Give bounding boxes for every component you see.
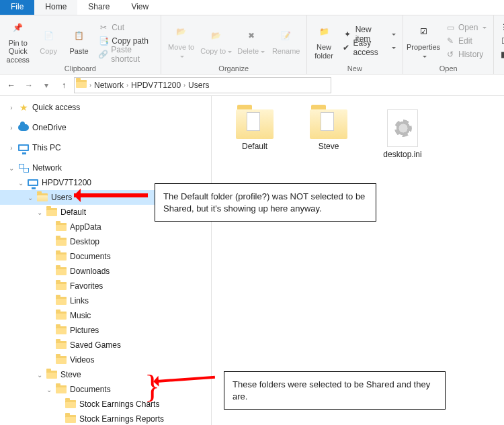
edit-icon: ✎ — [445, 36, 456, 46]
select-all-icon: ☰ — [501, 22, 504, 33]
folder-icon — [56, 266, 67, 277]
nav-up-button[interactable]: ↑ — [56, 78, 71, 93]
ribbon-tabs: File Home Share View — [0, 0, 504, 15]
select-none-button[interactable]: ☐Select none — [498, 34, 504, 48]
shortcut-icon: 🔗 — [98, 49, 108, 60]
select-all-button[interactable]: ☰Select all — [498, 21, 504, 34]
nav-back-button[interactable]: ← — [4, 78, 19, 93]
tree-item[interactable]: Links — [0, 293, 211, 308]
open-button[interactable]: ▭Open — [442, 21, 489, 34]
tree-network[interactable]: ⌄Network — [0, 160, 211, 175]
cut-button[interactable]: ✂Cut — [95, 21, 156, 34]
item-label: desktop.ini — [383, 150, 421, 159]
select-none-icon: ☐ — [501, 36, 504, 46]
tab-share[interactable]: Share — [77, 0, 120, 15]
tree-item[interactable]: Stock Earnings Charts — [0, 397, 211, 412]
copy-icon: 📄 — [39, 26, 58, 45]
folder-icon — [56, 325, 67, 336]
address-bar[interactable]: › Network › HPDV7T1200 › Users — [74, 77, 331, 93]
nav-forward-button[interactable]: → — [22, 78, 36, 93]
ribbon: 📌 Pin to Quick access 📄 Copy 📋 Paste ✂Cu… — [0, 15, 504, 75]
folder-icon — [56, 355, 67, 365]
item-label: Steve — [319, 142, 339, 151]
group-label: Clipboard — [4, 64, 157, 73]
tab-home[interactable]: Home — [34, 0, 77, 15]
navigation-tree: ›★Quick access ›OneDrive ›This PC ⌄Netwo… — [0, 96, 212, 425]
paste-shortcut-button[interactable]: 🔗Paste shortcut — [95, 48, 156, 61]
group-label: Select — [498, 64, 504, 73]
pin-icon: 📌 — [9, 18, 28, 37]
content-item[interactable]: desktop.ini — [376, 109, 429, 159]
address-bar-row: ← → ▾ ↑ › Network › HPDV7T1200 › Users — [0, 75, 504, 96]
breadcrumb-segment[interactable]: Users — [188, 81, 209, 90]
folder-icon — [37, 192, 48, 203]
folder-icon — [56, 384, 67, 395]
tree-quick-access[interactable]: ›★Quick access — [0, 100, 211, 115]
properties-button[interactable]: ☑ Properties — [407, 21, 439, 59]
content-item[interactable]: Steve — [302, 109, 355, 159]
content-pane[interactable]: DefaultStevedesktop.ini The Default fold… — [212, 96, 504, 425]
open-icon: ▭ — [445, 22, 456, 33]
tree-steve-documents[interactable]: ⌄Documents — [0, 382, 211, 397]
tree-item[interactable]: Downloads — [0, 264, 211, 279]
delete-button[interactable]: ✖ Delete — [235, 25, 267, 55]
item-label: Default — [242, 142, 267, 151]
tree-item[interactable]: AppData — [0, 220, 211, 234]
chevron-right-icon: › — [126, 82, 128, 89]
move-to-button[interactable]: 📂 Move to — [165, 21, 198, 59]
delete-icon: ✖ — [242, 26, 261, 45]
tree-item[interactable]: Desktop — [0, 234, 211, 249]
tree-item[interactable]: Stock Earnings Reports — [0, 412, 211, 425]
folder-icon — [236, 109, 274, 139]
annotation-textbox: The Default folder (profile?) was NOT se… — [155, 183, 376, 222]
folder-icon — [65, 399, 76, 410]
folder-icon — [56, 236, 67, 247]
folder-icon — [310, 109, 347, 139]
rename-button[interactable]: 📝 Rename — [270, 25, 302, 55]
content-item[interactable]: Default — [228, 109, 282, 159]
tree-item[interactable]: Music — [0, 308, 211, 323]
folder-icon — [76, 80, 87, 90]
tree-item[interactable]: Videos — [0, 352, 211, 367]
new-folder-icon: 📁 — [314, 22, 333, 41]
tree-item[interactable]: Saved Games — [0, 338, 211, 352]
tree-this-pc[interactable]: ›This PC — [0, 140, 211, 155]
tree-item[interactable]: Pictures — [0, 323, 211, 338]
group-label: New — [311, 64, 398, 73]
pin-to-quick-access-button[interactable]: 📌 Pin to Quick access — [4, 17, 32, 63]
tab-file[interactable]: File — [0, 0, 34, 15]
network-icon — [18, 162, 29, 173]
new-folder-button[interactable]: 📁 New folder — [311, 21, 337, 59]
breadcrumb-segment[interactable]: HPDV7T1200 — [131, 81, 181, 90]
properties-icon: ☑ — [414, 22, 433, 41]
group-label: Organize — [165, 64, 302, 73]
folder-icon — [56, 222, 67, 232]
folder-icon — [56, 310, 67, 321]
invert-selection-button[interactable]: ◧Invert selection — [498, 48, 504, 61]
history-icon: ↺ — [445, 49, 456, 60]
monitor-icon — [18, 142, 29, 153]
copy-to-icon: 📂 — [207, 26, 226, 45]
edit-button[interactable]: ✎Edit — [442, 34, 489, 48]
copy-path-icon: 📑 — [98, 36, 109, 46]
chevron-right-icon: › — [183, 82, 185, 89]
nav-recent-button[interactable]: ▾ — [39, 78, 54, 93]
copy-button[interactable]: 📄 Copy — [34, 25, 62, 55]
folder-icon — [65, 414, 76, 424]
easy-access-button[interactable]: ✔Easy access — [339, 41, 398, 54]
tree-item[interactable]: Favorites — [0, 279, 211, 293]
explorer-body: ›★Quick access ›OneDrive ›This PC ⌄Netwo… — [0, 96, 504, 425]
annotation-textbox: These folders were selected to be Shared… — [224, 371, 446, 410]
copy-to-button[interactable]: 📂 Copy to — [200, 25, 233, 55]
star-icon: ★ — [18, 102, 29, 113]
tree-onedrive[interactable]: ›OneDrive — [0, 120, 211, 135]
folder-icon — [56, 251, 67, 262]
new-item-icon: ✦ — [342, 29, 352, 40]
breadcrumb-segment[interactable]: Network — [94, 81, 124, 90]
paste-icon: 📋 — [70, 26, 89, 45]
paste-button[interactable]: 📋 Paste — [65, 25, 93, 55]
history-button[interactable]: ↺History — [442, 48, 489, 61]
tree-item[interactable]: Documents — [0, 249, 211, 264]
annotation-arrow — [74, 193, 148, 197]
tab-view[interactable]: View — [120, 0, 159, 15]
